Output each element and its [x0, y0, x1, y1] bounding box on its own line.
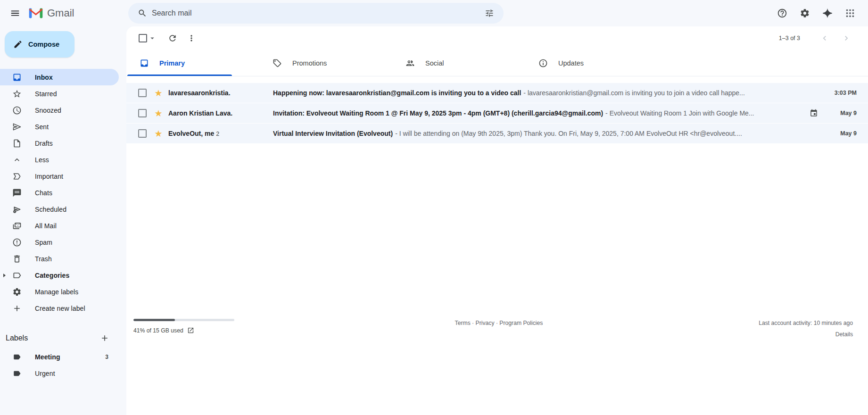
- label-icon: [12, 352, 22, 362]
- labels-title: Labels: [6, 334, 28, 342]
- inbox-icon: [12, 73, 22, 82]
- footer-links[interactable]: Terms · Privacy · Program Policies: [381, 320, 617, 326]
- refresh-button[interactable]: [163, 29, 182, 48]
- email-subject: Invitation: Evolveout Waiting Room 1 @ F…: [273, 109, 603, 117]
- sidebar-item-manage-labels[interactable]: Manage labels: [0, 283, 119, 300]
- sidebar-item-drafts[interactable]: Drafts: [0, 135, 119, 151]
- label-name: Meeting: [35, 353, 60, 361]
- email-sender: lavaresaaronkristia.: [168, 89, 266, 97]
- search-icon: [138, 8, 147, 18]
- tab-label: Social: [425, 59, 444, 67]
- label-icon: [12, 369, 22, 378]
- search-button[interactable]: [133, 4, 152, 23]
- open-in-new-icon[interactable]: [187, 327, 194, 334]
- sidebar-item-categories[interactable]: Categories: [0, 267, 119, 283]
- gemini-button[interactable]: [816, 2, 839, 25]
- chevron-down-icon[interactable]: [148, 34, 157, 42]
- select-all-control[interactable]: [139, 34, 157, 42]
- tag-icon: [273, 58, 282, 68]
- help-icon: [777, 8, 787, 18]
- plus-icon: [100, 333, 109, 343]
- sidebar-item-snoozed[interactable]: Snoozed: [0, 102, 119, 118]
- sidebar-item-chats[interactable]: Chats: [0, 184, 119, 201]
- sidebar: Compose Inbox Starred Snoozed Sent Draft…: [0, 26, 126, 415]
- newer-page-button[interactable]: [815, 29, 834, 48]
- gmail-logo[interactable]: Gmail: [28, 7, 113, 19]
- trash-icon: [12, 254, 22, 264]
- sidebar-item-all-mail[interactable]: All Mail: [0, 217, 119, 234]
- email-snippet: - Evolveout Waiting Room 1 Join with Goo…: [605, 109, 805, 117]
- spam-icon: [12, 238, 22, 247]
- sidebar-item-spam[interactable]: Spam: [0, 234, 119, 250]
- older-page-button[interactable]: [837, 29, 856, 48]
- tab-primary[interactable]: Primary: [126, 50, 259, 76]
- calendar-event-icon[interactable]: [810, 109, 818, 117]
- email-checkbox[interactable]: [138, 109, 147, 117]
- policy-links[interactable]: Terms · Privacy · Program Policies: [455, 320, 543, 326]
- star-icon[interactable]: ★: [153, 129, 164, 138]
- sidebar-label-meeting[interactable]: Meeting 3: [0, 349, 119, 365]
- apps-grid-icon: [845, 8, 855, 18]
- sidebar-item-label: Scheduled: [35, 206, 66, 213]
- apps-grid-button[interactable]: [839, 2, 861, 25]
- sidebar-item-trash[interactable]: Trash: [0, 250, 119, 267]
- sparkle-icon: [822, 8, 833, 19]
- sidebar-item-scheduled[interactable]: Scheduled: [0, 201, 119, 217]
- star-icon[interactable]: ★: [153, 89, 164, 98]
- email-sender: Aaron Kristian Lava.: [168, 109, 266, 117]
- account-activity: Last account activity: 10 minutes ago De…: [759, 320, 853, 338]
- sidebar-item-important[interactable]: Important: [0, 168, 119, 184]
- email-row[interactable]: ★ Aaron Kristian Lava. Invitation: Evolv…: [126, 103, 868, 124]
- list-toolbar: 1–3 of 3: [126, 26, 868, 50]
- sidebar-item-label: Manage labels: [35, 288, 78, 296]
- category-tabs: Primary Promotions Social Updates: [126, 50, 868, 76]
- sidebar-nav: Inbox Starred Snoozed Sent Drafts Less: [0, 69, 126, 316]
- email-row[interactable]: ★ lavaresaaronkristia. Happening now: la…: [126, 83, 868, 103]
- chat-icon: [12, 188, 22, 198]
- star-icon: [12, 89, 22, 99]
- email-row[interactable]: ★ EvolveOut, me 2 Virtual Interview Invi…: [126, 124, 868, 144]
- main-menu-button[interactable]: [4, 2, 26, 25]
- compose-button[interactable]: Compose: [5, 31, 74, 58]
- file-icon: [12, 139, 22, 148]
- sidebar-item-starred[interactable]: Starred: [0, 85, 119, 102]
- sidebar-item-inbox[interactable]: Inbox: [0, 69, 119, 85]
- email-checkbox[interactable]: [138, 89, 147, 97]
- email-date: May 9: [820, 110, 857, 116]
- star-icon[interactable]: ★: [153, 109, 164, 118]
- more-vert-icon: [187, 33, 196, 43]
- sidebar-item-sent[interactable]: Sent: [0, 118, 119, 135]
- search-options-button[interactable]: [480, 4, 499, 23]
- plus-icon: [12, 304, 22, 313]
- email-snippet: - lavaresaaronkristian@gmail.com is invi…: [523, 89, 820, 97]
- info-icon: [538, 58, 548, 68]
- compose-label: Compose: [28, 41, 59, 48]
- settings-button[interactable]: [794, 2, 816, 25]
- email-snippet: - I will be attending on (May 9th 2025, …: [395, 130, 820, 137]
- email-date: May 9: [820, 130, 857, 137]
- tab-promotions[interactable]: Promotions: [259, 50, 392, 76]
- details-link[interactable]: Details: [759, 331, 853, 338]
- search-input[interactable]: [152, 9, 480, 17]
- email-checkbox[interactable]: [138, 129, 147, 138]
- sidebar-item-label: Important: [35, 173, 63, 180]
- tab-updates[interactable]: Updates: [525, 50, 658, 76]
- expand-arrow-icon[interactable]: [3, 274, 6, 277]
- sidebar-item-label: Spam: [35, 239, 52, 246]
- email-sender: EvolveOut, me 2: [168, 130, 266, 137]
- tab-social[interactable]: Social: [392, 50, 525, 76]
- send-icon: [12, 122, 22, 132]
- sidebar-item-label: Drafts: [35, 140, 53, 147]
- sidebar-item-label: Categories: [35, 272, 69, 279]
- last-activity-text: Last account activity: 10 minutes ago: [759, 320, 853, 326]
- search-bar[interactable]: [128, 3, 504, 24]
- sidebar-item-create-new-label[interactable]: Create new label: [0, 300, 119, 316]
- select-all-checkbox[interactable]: [139, 34, 147, 42]
- sidebar-item-label: Snoozed: [35, 107, 61, 114]
- sidebar-label-urgent[interactable]: Urgent: [0, 365, 119, 382]
- gmail-m-icon: [28, 7, 43, 19]
- sidebar-item-less[interactable]: Less: [0, 151, 119, 168]
- more-options-button[interactable]: [182, 29, 201, 48]
- help-button[interactable]: [771, 2, 794, 25]
- create-label-button[interactable]: [97, 331, 112, 346]
